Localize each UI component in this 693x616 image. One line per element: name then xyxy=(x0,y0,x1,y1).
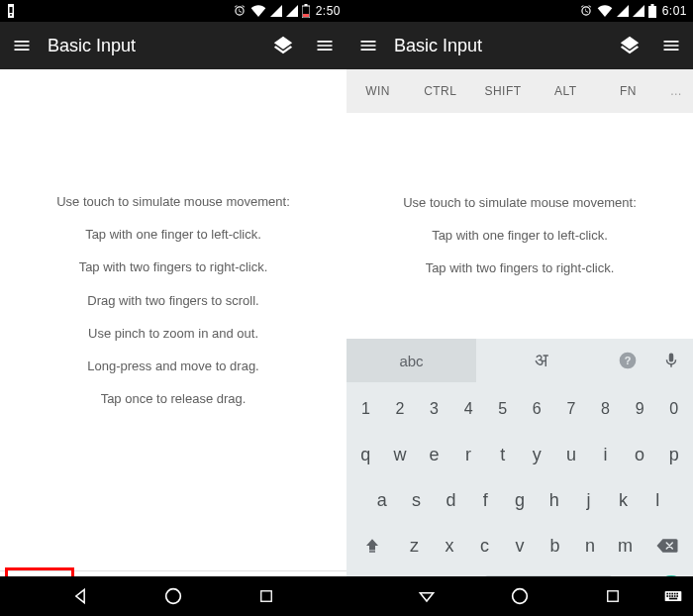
key-c[interactable]: c xyxy=(468,525,501,566)
svg-rect-24 xyxy=(369,551,375,553)
svg-rect-34 xyxy=(671,593,673,595)
key-r[interactable]: r xyxy=(452,434,485,475)
key-2[interactable]: 2 xyxy=(384,388,417,430)
keyboard-mode-lang[interactable]: अ xyxy=(476,339,606,382)
key-f[interactable]: f xyxy=(469,479,502,521)
svg-rect-28 xyxy=(261,591,272,602)
instruction-line: Use touch to simulate mouse movement: xyxy=(56,193,290,211)
nav-back-button[interactable] xyxy=(67,583,93,609)
menu-icon[interactable] xyxy=(10,34,34,57)
key-8[interactable]: 8 xyxy=(589,388,622,430)
key-t[interactable]: t xyxy=(486,434,519,475)
keyboard-row-numbers: 1 2 3 4 5 6 7 8 9 0 xyxy=(348,386,691,432)
left-pane: R 2:50 Basic Input xyxy=(0,0,346,616)
key-a[interactable]: a xyxy=(365,479,398,521)
modifier-win[interactable]: WIN xyxy=(346,84,409,98)
nav-recents-button[interactable] xyxy=(253,583,279,609)
svg-rect-36 xyxy=(676,593,678,595)
key-7[interactable]: 7 xyxy=(555,388,588,430)
svg-text:R: R xyxy=(619,6,623,12)
wifi-icon xyxy=(250,5,266,17)
key-backspace[interactable] xyxy=(644,525,690,566)
svg-point-29 xyxy=(513,589,528,604)
menu-icon[interactable] xyxy=(356,34,380,57)
key-d[interactable]: d xyxy=(435,479,467,521)
battery-icon xyxy=(302,4,310,18)
overflow-menu-icon[interactable] xyxy=(659,34,683,57)
key-s[interactable]: s xyxy=(400,479,433,521)
key-g[interactable]: g xyxy=(504,479,537,521)
instructions-area[interactable]: Use touch to simulate mouse movement: Ta… xyxy=(0,69,346,570)
key-l[interactable]: l xyxy=(642,479,674,521)
key-3[interactable]: 3 xyxy=(418,388,450,430)
key-6[interactable]: 6 xyxy=(521,388,553,430)
nav-recents-button[interactable] xyxy=(600,583,626,609)
key-9[interactable]: 9 xyxy=(624,388,656,430)
key-0[interactable]: 0 xyxy=(657,388,690,430)
key-j[interactable]: j xyxy=(572,479,605,521)
nav-home-button[interactable] xyxy=(160,583,186,609)
svg-rect-37 xyxy=(666,595,668,597)
key-p[interactable]: p xyxy=(657,434,690,475)
nav-ime-switcher-icon[interactable] xyxy=(663,576,683,616)
key-5[interactable]: 5 xyxy=(486,388,519,430)
key-v[interactable]: v xyxy=(503,525,536,566)
app-bar: Basic Input xyxy=(346,22,693,69)
key-1[interactable]: 1 xyxy=(349,388,382,430)
key-y[interactable]: y xyxy=(521,434,553,475)
key-z[interactable]: z xyxy=(398,525,431,566)
status-bar: R 2:50 xyxy=(0,0,346,22)
keyboard-mode-abc[interactable]: abc xyxy=(346,339,476,382)
key-shift[interactable] xyxy=(349,525,396,566)
keyboard-help-icon[interactable]: ? xyxy=(606,339,649,382)
layers-icon[interactable] xyxy=(618,34,642,57)
svg-rect-6 xyxy=(303,14,309,17)
layers-icon[interactable] xyxy=(271,34,295,57)
keyboard-voice-icon[interactable] xyxy=(649,339,693,382)
modifier-fn[interactable]: FN xyxy=(597,84,659,98)
instruction-line: Use touch to simulate mouse movement: xyxy=(403,194,637,212)
key-n[interactable]: n xyxy=(573,525,606,566)
modifier-alt[interactable]: ALT xyxy=(535,84,597,98)
status-bar: R 6:01 xyxy=(346,0,693,22)
svg-rect-5 xyxy=(304,4,307,6)
svg-rect-20 xyxy=(648,6,656,18)
keyboard-row-3: z x c v b n m xyxy=(348,523,691,568)
key-h[interactable]: h xyxy=(538,479,570,521)
signal-icon-1: R xyxy=(270,5,282,17)
soft-keyboard: abc अ ? 1 2 3 4 5 6 7 8 xyxy=(346,339,693,616)
instructions-area[interactable]: Use touch to simulate mouse movement: Ta… xyxy=(346,113,693,339)
keyboard-row-2: a s d f g h j k l xyxy=(348,477,691,523)
modifier-ctrl[interactable]: CTRL xyxy=(409,84,471,98)
key-4[interactable]: 4 xyxy=(452,388,485,430)
key-u[interactable]: u xyxy=(555,434,588,475)
svg-rect-38 xyxy=(669,595,671,597)
signal-icon-2 xyxy=(633,5,644,17)
nav-home-button[interactable] xyxy=(507,583,533,609)
svg-text:?: ? xyxy=(625,355,632,366)
nav-back-button[interactable] xyxy=(414,583,440,609)
modifier-more[interactable]: … xyxy=(659,84,693,98)
svg-rect-35 xyxy=(674,593,676,595)
status-clock: 2:50 xyxy=(316,4,341,18)
overflow-menu-icon[interactable] xyxy=(313,34,337,57)
key-q[interactable]: q xyxy=(349,434,382,475)
keyboard-suggestion-row: abc अ ? xyxy=(346,339,693,382)
key-i[interactable]: i xyxy=(589,434,622,475)
modifier-shift[interactable]: SHIFT xyxy=(471,84,534,98)
key-o[interactable]: o xyxy=(624,434,656,475)
instruction-line: Drag with two fingers to scroll. xyxy=(87,292,258,310)
key-w[interactable]: w xyxy=(384,434,417,475)
signal-icon-1: R xyxy=(617,5,629,17)
svg-rect-40 xyxy=(674,595,676,597)
instruction-line: Use pinch to zoom in and out. xyxy=(88,325,258,343)
key-m[interactable]: m xyxy=(609,525,642,566)
key-b[interactable]: b xyxy=(539,525,571,566)
app-title: Basic Input xyxy=(394,36,604,56)
key-k[interactable]: k xyxy=(607,479,640,521)
wifi-icon xyxy=(597,5,613,17)
key-x[interactable]: x xyxy=(433,525,465,566)
key-e[interactable]: e xyxy=(418,434,450,475)
modifier-keys-row: WIN CTRL SHIFT ALT FN … xyxy=(346,69,693,113)
svg-rect-32 xyxy=(666,593,668,595)
